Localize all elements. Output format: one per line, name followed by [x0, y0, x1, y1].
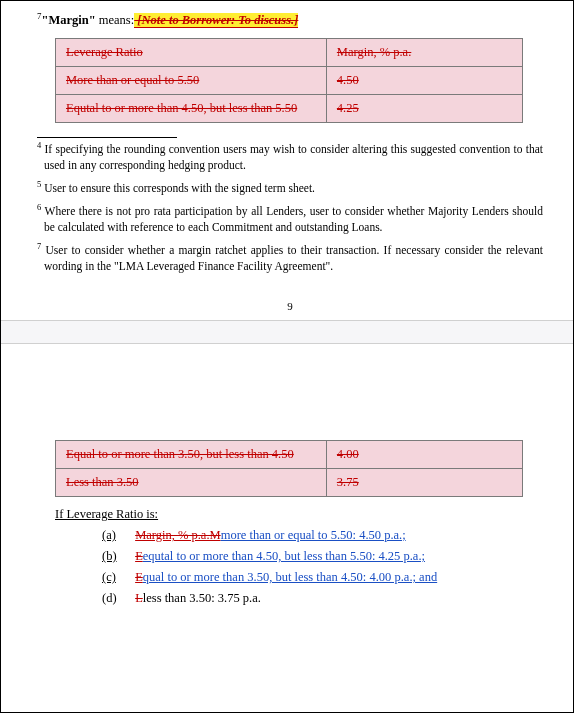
term-margin: "Margin"	[42, 13, 96, 27]
clause-c: (c) Equal to or more than 3.50, but less…	[102, 570, 543, 585]
note-to-borrower: [Note to Borrower: To discuss.]	[134, 13, 298, 28]
leverage-ratio-intro: If Leverage Ratio is:	[55, 507, 543, 522]
cell: 4.25	[326, 95, 522, 123]
definition-line: 7"Margin" means: [Note to Borrower: To d…	[43, 11, 543, 28]
page-number: 9	[37, 300, 543, 312]
footnote-5: 5 User to ensure this corresponds with t…	[44, 179, 543, 196]
inserted-text: qual to or more than 3.50, but less than…	[143, 570, 437, 584]
clause-marker: (a)	[102, 528, 132, 543]
means-text: means:	[96, 13, 135, 27]
cell: 3.75	[326, 469, 522, 497]
cell: Leverage Ratio	[56, 39, 327, 67]
inserted-text: more than or equal to 5.50: 4.50 p.a.;	[221, 528, 406, 542]
page-1: 7"Margin" means: [Note to Borrower: To d…	[1, 1, 573, 312]
footnote-7: 7 User to consider whether a margin ratc…	[44, 241, 543, 274]
deleted-text: E	[135, 570, 143, 584]
table-row: Equtal to or more than 4.50, but less th…	[56, 95, 523, 123]
clause-marker: (b)	[102, 549, 132, 564]
deleted-text: Margin, % p.a.M	[135, 528, 221, 542]
clause-a: (a) Margin, % p.a.Mmore than or equal to…	[102, 528, 543, 543]
clause-b: (b) Eequtal to or more than 4.50, but le…	[102, 549, 543, 564]
table-row: Equal to or more than 3.50, but less tha…	[56, 441, 523, 469]
deleted-text: E	[135, 549, 143, 563]
table-row: More than or equal to 5.50 4.50	[56, 67, 523, 95]
cell: Equal to or more than 3.50, but less tha…	[56, 441, 327, 469]
margin-ratchet-table-2: Equal to or more than 3.50, but less tha…	[55, 440, 523, 497]
page-top-margin	[37, 358, 543, 434]
margin-ratchet-table-1: Leverage Ratio Margin, % p.a. More than …	[55, 38, 523, 123]
table-row: Less than 3.50 3.75	[56, 469, 523, 497]
clause-list: (a) Margin, % p.a.Mmore than or equal to…	[102, 528, 543, 606]
footnote-6: 6 Where there is not pro rata participat…	[44, 202, 543, 235]
clause-marker: (c)	[102, 570, 132, 585]
cell: Margin, % p.a.	[326, 39, 522, 67]
page-break	[1, 320, 573, 344]
footnote-4: 4 If specifying the rounding convention …	[44, 140, 543, 173]
page-2: Equal to or more than 3.50, but less tha…	[1, 348, 573, 606]
table-row: Leverage Ratio Margin, % p.a.	[56, 39, 523, 67]
inserted-text: less than 3.50: 3.75 p.a.	[143, 591, 261, 605]
inserted-text: equtal to or more than 4.50, but less th…	[143, 549, 425, 563]
cell: 4.50	[326, 67, 522, 95]
cell: More than or equal to 5.50	[56, 67, 327, 95]
deleted-text: L	[135, 591, 143, 605]
cell: Equtal to or more than 4.50, but less th…	[56, 95, 327, 123]
clause-marker: (d)	[102, 591, 132, 606]
footnote-separator	[37, 137, 177, 138]
clause-d: (d) Lless than 3.50: 3.75 p.a.	[102, 591, 543, 606]
cell: 4.00	[326, 441, 522, 469]
cell: Less than 3.50	[56, 469, 327, 497]
